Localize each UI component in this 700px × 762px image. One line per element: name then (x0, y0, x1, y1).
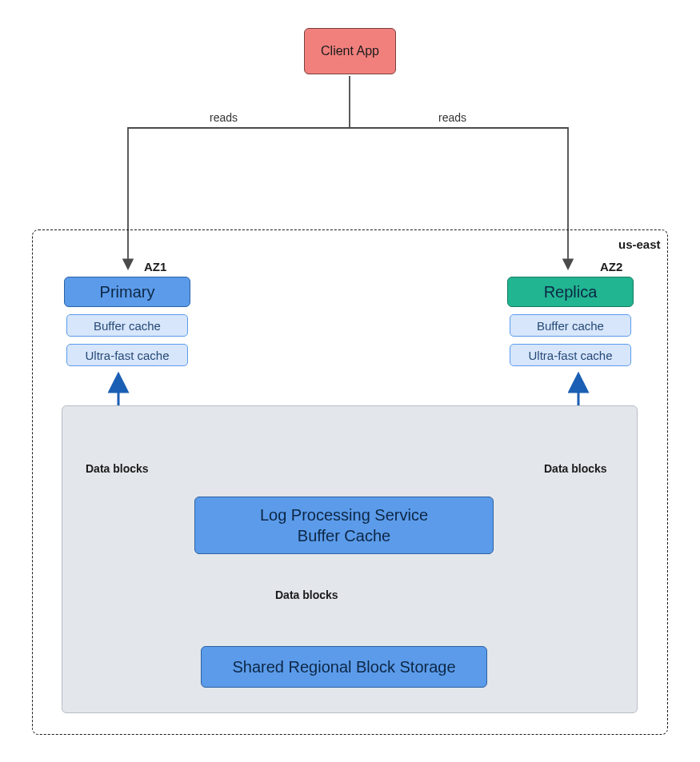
region-label: us-east (618, 237, 661, 251)
log-processing-service-node: Log Processing Service Buffer Cache (194, 497, 494, 554)
diagram-stage: Client App reads reads us-east AZ1 Prima… (0, 0, 700, 762)
lps-line2: Buffer Cache (260, 525, 428, 546)
replica-label: Replica (544, 283, 598, 301)
client-app-label: Client App (321, 44, 379, 58)
edge-label-data-left: Data blocks (86, 462, 149, 475)
edge-label-reads-right: reads (438, 111, 466, 124)
shared-storage-node: Shared Regional Block Storage (201, 646, 487, 688)
az2-buffer-cache-label: Buffer cache (537, 319, 604, 333)
az2-ultrafast-cache-label: Ultra-fast cache (528, 349, 612, 362)
edge-label-data-mid: Data blocks (275, 588, 338, 601)
az1-label: AZ1 (144, 260, 166, 273)
lps-line1: Log Processing Service (260, 505, 428, 525)
az1-buffer-cache: Buffer cache (66, 314, 188, 337)
az2-label: AZ2 (600, 260, 622, 273)
az2-ultrafast-cache: Ultra-fast cache (510, 344, 631, 366)
replica-node: Replica (507, 277, 634, 307)
edge-label-data-right: Data blocks (544, 462, 607, 475)
az1-buffer-cache-label: Buffer cache (94, 319, 161, 333)
primary-label: Primary (100, 283, 155, 301)
az1-ultrafast-cache: Ultra-fast cache (66, 344, 188, 366)
client-app-node: Client App (304, 28, 396, 74)
edge-label-reads-left: reads (210, 111, 238, 124)
shared-storage-label: Shared Regional Block Storage (232, 658, 455, 676)
az1-ultrafast-cache-label: Ultra-fast cache (85, 349, 169, 362)
az2-buffer-cache: Buffer cache (510, 314, 631, 337)
primary-node: Primary (64, 277, 190, 307)
